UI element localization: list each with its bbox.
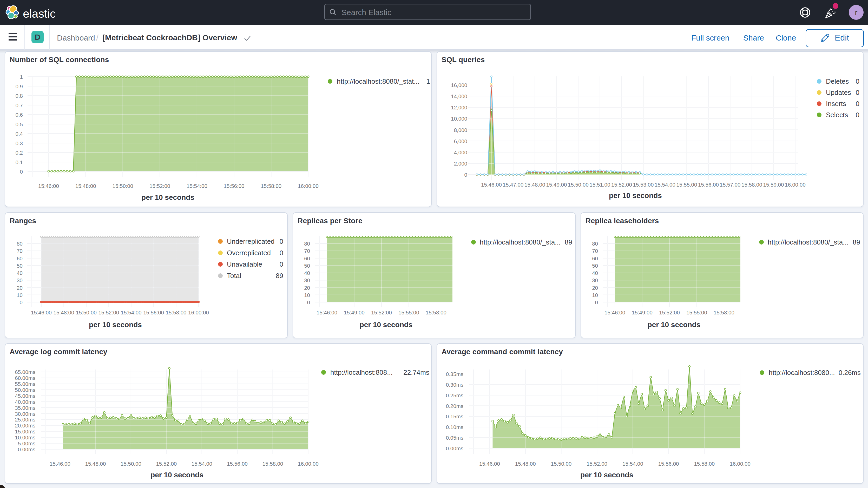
svg-text:10: 10 <box>304 292 310 298</box>
svg-text:15:58:00: 15:58:00 <box>741 182 762 188</box>
svg-text:0: 0 <box>856 89 860 96</box>
svg-text:80: 80 <box>17 241 23 247</box>
svg-text:0.4: 0.4 <box>16 131 23 137</box>
svg-text:0.3: 0.3 <box>16 140 23 146</box>
svg-text:Unavailable: Unavailable <box>227 261 262 268</box>
svg-text:15:47:00: 15:47:00 <box>503 182 524 188</box>
svg-text:0.8: 0.8 <box>16 93 23 99</box>
svg-text:15:55:00: 15:55:00 <box>677 182 697 188</box>
svg-text:15:52:00: 15:52:00 <box>587 461 607 467</box>
svg-text:2,000: 2,000 <box>454 160 467 166</box>
svg-text:50.00ms: 50.00ms <box>15 387 35 393</box>
svg-text:10.00ms: 10.00ms <box>15 434 35 440</box>
svg-text:15:46:00: 15:46:00 <box>50 461 70 467</box>
svg-text:16:00:00: 16:00:00 <box>188 309 209 315</box>
svg-text:10: 10 <box>17 292 23 298</box>
svg-text:0.00ms: 0.00ms <box>18 447 35 452</box>
svg-text:20.00ms: 20.00ms <box>15 423 35 428</box>
svg-text:30: 30 <box>304 277 310 283</box>
svg-text:8,000: 8,000 <box>454 127 467 133</box>
svg-text:0: 0 <box>464 172 467 178</box>
svg-text:15:54:00: 15:54:00 <box>121 309 142 315</box>
svg-text:per 10 seconds: per 10 seconds <box>142 193 194 202</box>
svg-text:http://localhost:8080/_stat...: http://localhost:8080/_stat... <box>337 78 420 85</box>
svg-text:50: 50 <box>304 263 310 269</box>
svg-text:60: 60 <box>304 255 310 262</box>
svg-text:4,000: 4,000 <box>454 149 467 155</box>
svg-text:70: 70 <box>304 248 310 254</box>
svg-text:per 10 seconds: per 10 seconds <box>360 321 413 329</box>
svg-text:15:54:00: 15:54:00 <box>191 461 212 467</box>
svg-text:0.20ms: 0.20ms <box>446 403 463 409</box>
svg-text:0.05ms: 0.05ms <box>446 435 463 441</box>
svg-text:60: 60 <box>17 255 23 262</box>
svg-text:6,000: 6,000 <box>454 138 467 144</box>
svg-text:15:55:00: 15:55:00 <box>686 309 707 315</box>
svg-text:0.00ms: 0.00ms <box>446 446 463 451</box>
svg-text:20: 20 <box>592 285 598 291</box>
svg-text:per 10 seconds: per 10 seconds <box>580 471 633 479</box>
svg-text:55.00ms: 55.00ms <box>15 381 35 387</box>
svg-text:15:48:00: 15:48:00 <box>75 183 96 189</box>
svg-text:Selects: Selects <box>826 111 848 119</box>
svg-text:80: 80 <box>592 241 598 247</box>
svg-text:15:56:00: 15:56:00 <box>227 461 248 467</box>
svg-text:15:46:00: 15:46:00 <box>38 183 59 189</box>
svg-text:0.25ms: 0.25ms <box>446 392 463 398</box>
svg-text:15:50:00: 15:50:00 <box>112 183 133 189</box>
svg-text:15:48:00: 15:48:00 <box>515 461 536 467</box>
svg-text:15:49:00: 15:49:00 <box>632 309 653 315</box>
svg-text:Total: Total <box>227 272 241 280</box>
svg-text:40.00ms: 40.00ms <box>15 399 35 405</box>
svg-text:30: 30 <box>17 277 23 283</box>
svg-text:0.30ms: 0.30ms <box>446 382 463 388</box>
svg-text:80: 80 <box>304 241 310 247</box>
svg-text:15:53:00: 15:53:00 <box>633 182 654 188</box>
svg-text:15:51:00: 15:51:00 <box>590 182 611 188</box>
svg-text:15:50:00: 15:50:00 <box>76 309 97 315</box>
svg-text:Overreplicated: Overreplicated <box>227 249 271 257</box>
svg-text:15:46:00: 15:46:00 <box>481 182 502 188</box>
svg-text:15:49:00: 15:49:00 <box>344 309 365 315</box>
svg-text:15:48:00: 15:48:00 <box>85 461 106 467</box>
svg-text:0.35ms: 0.35ms <box>446 371 463 377</box>
svg-text:15:58:00: 15:58:00 <box>262 461 283 467</box>
svg-text:per 10 seconds: per 10 seconds <box>648 321 701 329</box>
svg-text:14,000: 14,000 <box>451 93 467 99</box>
svg-text:15:52:00: 15:52:00 <box>371 309 392 315</box>
svg-text:15:49:00: 15:49:00 <box>546 182 567 188</box>
svg-text:15:55:00: 15:55:00 <box>398 309 419 315</box>
svg-text:1: 1 <box>20 74 23 80</box>
svg-text:per 10 seconds: per 10 seconds <box>609 191 662 200</box>
svg-text:0.7: 0.7 <box>16 102 23 109</box>
svg-text:http://localhost:808...: http://localhost:808... <box>330 368 393 376</box>
svg-text:60: 60 <box>592 255 598 262</box>
svg-text:0: 0 <box>856 111 860 119</box>
svg-text:0: 0 <box>280 238 283 245</box>
svg-text:0.10ms: 0.10ms <box>446 424 463 430</box>
svg-text:15:58:00: 15:58:00 <box>694 461 715 467</box>
svg-text:16:00:00: 16:00:00 <box>785 182 806 188</box>
svg-text:15:46:00: 15:46:00 <box>604 309 625 315</box>
svg-text:65.00ms: 65.00ms <box>15 369 35 375</box>
svg-text:15:52:00: 15:52:00 <box>98 309 119 315</box>
svg-text:15:56:00: 15:56:00 <box>658 461 679 467</box>
svg-text:0.1: 0.1 <box>16 159 23 165</box>
svg-text:15:56:00: 15:56:00 <box>224 183 245 189</box>
svg-text:5.00ms: 5.00ms <box>18 440 35 447</box>
svg-text:50: 50 <box>17 263 23 269</box>
svg-text:0.26ms: 0.26ms <box>839 369 861 376</box>
svg-text:35.00ms: 35.00ms <box>15 405 35 411</box>
svg-text:0.5: 0.5 <box>16 121 23 127</box>
svg-text:15:58:00: 15:58:00 <box>261 183 281 189</box>
svg-text:15:54:00: 15:54:00 <box>187 183 207 189</box>
svg-text:0: 0 <box>595 299 598 305</box>
svg-text:0: 0 <box>20 169 23 175</box>
svg-text:70: 70 <box>592 248 598 254</box>
svg-text:89: 89 <box>565 238 572 246</box>
svg-text:15:50:00: 15:50:00 <box>568 182 589 188</box>
svg-text:0: 0 <box>856 100 860 108</box>
svg-text:15:52:00: 15:52:00 <box>659 309 680 315</box>
svg-text:20: 20 <box>17 285 23 291</box>
svg-text:http://localhost:8080...: http://localhost:8080... <box>769 369 835 376</box>
